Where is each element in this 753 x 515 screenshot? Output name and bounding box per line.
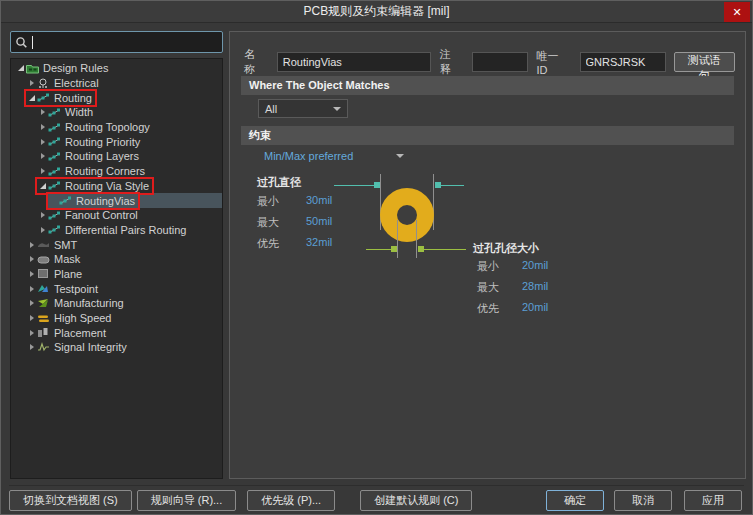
tree-row-filler <box>189 223 222 238</box>
tree-item-manufacturing[interactable]: Manufacturing <box>11 296 222 311</box>
via-diameter-max-value[interactable]: 50mil <box>306 215 332 227</box>
rules-search-box <box>10 31 223 53</box>
design-rules-folder-icon <box>26 63 40 74</box>
tree-item-label: Testpoint <box>54 283 98 295</box>
tree-row-filler <box>111 61 222 76</box>
close-button[interactable]: ✕ <box>724 2 750 22</box>
tree-expand-arrow-icon[interactable] <box>26 300 37 306</box>
tree-item-label: Signal Integrity <box>54 341 127 353</box>
tree-item-label: SMT <box>54 239 77 251</box>
plane-icon <box>37 268 51 279</box>
tree-item-label: Electrical <box>54 77 99 89</box>
tree-expand-arrow-icon[interactable] <box>37 124 48 130</box>
tree-expand-arrow-icon[interactable] <box>37 227 48 233</box>
hole-size-pref-value[interactable]: 20mil <box>522 301 548 313</box>
close-icon: ✕ <box>732 6 741 19</box>
tree-item-label: Routing Layers <box>65 150 139 162</box>
pcb-rules-editor-dialog: PCB规则及约束编辑器 [mil] ✕ Design RulesElectric… <box>0 0 753 515</box>
tree-item-routing-layers[interactable]: Routing Layers <box>11 149 222 164</box>
tree-expand-arrow-icon[interactable] <box>37 153 48 159</box>
via-diameter-max-label: 最大 <box>257 215 279 230</box>
rule-wizard-button[interactable]: 规则向导 (R)... <box>137 490 237 511</box>
hole-size-min-value[interactable]: 20mil <box>522 259 548 271</box>
rules-tree[interactable]: Design RulesElectricalRoutingWidthRoutin… <box>10 58 223 479</box>
cancel-button[interactable]: 取消 <box>614 490 672 511</box>
tree-expand-arrow-icon[interactable] <box>26 330 37 336</box>
tree-item-placement[interactable]: Placement <box>11 325 222 340</box>
tree-row-filler <box>152 179 222 194</box>
tree-item-smt[interactable]: SMT <box>11 237 222 252</box>
tree-expand-arrow-icon[interactable] <box>26 286 37 292</box>
tree-item-width[interactable]: Width <box>11 105 222 120</box>
tree-expand-arrow-icon[interactable] <box>37 168 48 174</box>
tree-item-label: Fanout Control <box>65 209 138 221</box>
tree-item-label: Routing Via Style <box>65 180 149 192</box>
tree-item-routing[interactable]: Routing <box>11 90 222 105</box>
via-pad-graphic <box>380 188 434 242</box>
tree-expand-arrow-icon[interactable] <box>26 80 37 86</box>
smt-icon <box>37 239 51 250</box>
tree-item-high-speed[interactable]: High Speed <box>11 311 222 326</box>
unique-id-input[interactable] <box>580 52 666 72</box>
tree-item-mask[interactable]: Mask <box>11 252 222 267</box>
tree-row-filler <box>85 267 222 282</box>
constraint-mode-dropdown[interactable]: Min/Max preferred <box>264 150 404 162</box>
tree-node: Routing Priority <box>37 135 143 149</box>
tree-expand-arrow-icon[interactable] <box>37 109 48 115</box>
hole-size-min-label: 最小 <box>477 259 499 274</box>
tree-item-routing-priority[interactable]: Routing Priority <box>11 134 222 149</box>
priorities-button[interactable]: 优先级 (P)... <box>247 490 335 511</box>
tree-item-testpoint[interactable]: Testpoint <box>11 281 222 296</box>
ok-button[interactable]: 确定 <box>546 490 604 511</box>
search-input[interactable] <box>31 33 219 51</box>
comment-input[interactable] <box>472 52 528 72</box>
tree-item-plane[interactable]: Plane <box>11 267 222 282</box>
tree-item-electrical[interactable]: Electrical <box>11 76 222 91</box>
via-diameter-pref-label: 优先 <box>257 236 279 251</box>
scope-dropdown[interactable]: All <box>258 99 348 118</box>
create-default-rules-button[interactable]: 创建默认规则 (C) <box>360 490 472 511</box>
tree-expand-arrow-icon[interactable] <box>37 212 48 218</box>
hole-size-max-value[interactable]: 28mil <box>522 280 548 292</box>
tree-expand-arrow-icon[interactable] <box>26 315 37 321</box>
tree-expand-arrow-icon[interactable] <box>26 344 37 350</box>
via-diameter-min-value[interactable]: 30mil <box>306 194 332 206</box>
tree-expand-arrow-icon[interactable] <box>37 183 48 189</box>
tree-expand-arrow-icon[interactable] <box>37 139 48 145</box>
name-input[interactable] <box>277 52 431 72</box>
test-query-button[interactable]: 测试语句 <box>674 52 735 72</box>
tree-expand-arrow-icon[interactable] <box>26 256 37 262</box>
hole-extent-line-left <box>397 220 398 258</box>
tree-item-design-rules[interactable]: Design Rules <box>11 61 222 76</box>
tree-item-routing-corners[interactable]: Routing Corners <box>11 164 222 179</box>
tree-item-label: Placement <box>54 327 106 339</box>
apply-button[interactable]: 应用 <box>684 490 742 511</box>
tree-expand-arrow-icon[interactable] <box>15 65 26 71</box>
tree-expand-arrow-icon[interactable] <box>26 95 37 101</box>
routing-rule-icon <box>48 122 62 133</box>
routing-rule-icon <box>48 151 62 162</box>
chevron-down-icon <box>333 107 341 111</box>
via-diameter-min-label: 最小 <box>257 194 279 209</box>
tree-row-filler <box>127 296 222 311</box>
tree-expand-arrow-icon[interactable] <box>26 271 37 277</box>
tree-node: Electrical <box>26 76 102 90</box>
comment-label: 注释 <box>440 47 461 77</box>
tree-item-routingvias[interactable]: RoutingVias <box>11 193 222 208</box>
tree-item-routing-via-style[interactable]: Routing Via Style <box>11 179 222 194</box>
tree-item-signal-integrity[interactable]: Signal Integrity <box>11 340 222 355</box>
tree-item-differential-pairs-routing[interactable]: Differential Pairs Routing <box>11 223 222 238</box>
text-caret <box>32 36 33 49</box>
tree-expand-arrow-icon[interactable] <box>26 242 37 248</box>
tree-node: Differential Pairs Routing <box>37 223 189 237</box>
tree-item-fanout-control[interactable]: Fanout Control <box>11 208 222 223</box>
tree-item-label: Routing Topology <box>65 121 150 133</box>
tree-node: Routing Topology <box>37 120 153 134</box>
tree-item-routing-topology[interactable]: Routing Topology <box>11 120 222 135</box>
diameter-arrow-left-line <box>334 185 374 186</box>
electrical-icon <box>37 78 51 89</box>
hole-size-pref-label: 优先 <box>477 301 499 316</box>
switch-to-document-view-button[interactable]: 切换到文档视图 (S) <box>9 490 132 511</box>
routing-rule-icon <box>37 92 51 103</box>
via-diameter-pref-value[interactable]: 32mil <box>306 236 332 248</box>
